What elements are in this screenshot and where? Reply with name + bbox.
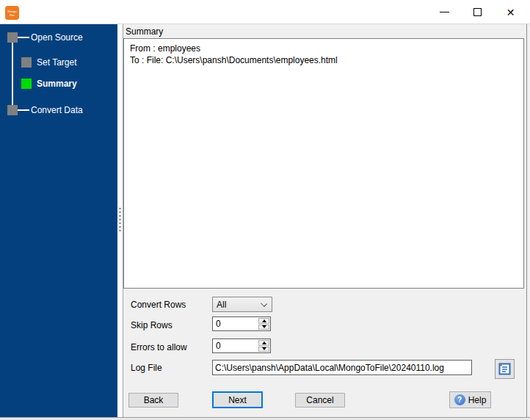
step-label-summary: Summary: [37, 79, 77, 89]
arrow-down-icon: [262, 325, 266, 328]
step-label-convert-data: Convert Data: [31, 105, 83, 115]
skip-rows-label: Skip Rows: [131, 320, 173, 330]
next-button[interactable]: Next: [212, 391, 263, 408]
window-border-right: [526, 24, 530, 420]
step-marker-convert-data: [7, 105, 18, 115]
close-button[interactable]: ✕: [494, 0, 527, 24]
summary-line-to: To : File: C:\Users\pansh\Documents\empl…: [130, 54, 518, 66]
app-window: Mongo File ✕ Open Source Set Target Summ…: [0, 0, 530, 420]
skip-rows-spin-buttons: [258, 318, 269, 330]
errors-to-allow-spinner[interactable]: 0: [212, 338, 271, 353]
cancel-button-label: Cancel: [306, 395, 333, 405]
log-file-input[interactable]: [212, 360, 472, 375]
step-label-set-target: Set Target: [37, 57, 76, 68]
splitter[interactable]: [117, 24, 123, 417]
arrow-up-icon: [262, 319, 266, 322]
minimize-icon: [440, 12, 449, 12]
convert-rows-label: Convert Rows: [131, 300, 186, 310]
maximize-button[interactable]: [461, 0, 494, 24]
arrow-down-icon: [262, 347, 266, 350]
app-icon-text2: File: [10, 13, 14, 17]
cancel-button[interactable]: Cancel: [295, 393, 345, 408]
help-button-label: Help: [468, 395, 487, 405]
step-marker-open-source: [7, 32, 18, 43]
skip-rows-down-button[interactable]: [258, 325, 269, 330]
splitter-grip-icon: [119, 208, 121, 231]
errors-spin-buttons: [258, 340, 269, 352]
back-button[interactable]: Back: [128, 393, 178, 408]
browse-log-file-button[interactable]: [495, 359, 515, 379]
step-marker-summary: [21, 79, 32, 89]
step-label-open-source: Open Source: [31, 32, 83, 43]
convert-rows-value: All: [217, 300, 226, 310]
next-button-label: Next: [228, 395, 247, 405]
maximize-icon: [473, 8, 482, 16]
wizard-sidebar: Open Source Set Target Summary Convert D…: [0, 24, 117, 417]
minimize-button[interactable]: [428, 0, 461, 24]
title-bar: Mongo File ✕: [0, 0, 530, 24]
convert-rows-select[interactable]: All: [212, 297, 272, 312]
step-connector: [18, 37, 29, 38]
errors-to-allow-label: Errors to allow: [131, 342, 187, 352]
main-panel: Summary From : employees To : File: C:\U…: [123, 24, 526, 417]
help-button[interactable]: ? Help: [449, 391, 491, 408]
skip-rows-value: 0: [216, 319, 221, 329]
skip-rows-up-button[interactable]: [258, 318, 269, 324]
step-marker-set-target: [21, 57, 32, 68]
errors-down-button[interactable]: [258, 347, 269, 352]
app-icon: Mongo File: [5, 6, 19, 20]
help-icon: ?: [454, 394, 465, 405]
skip-rows-spinner[interactable]: 0: [212, 316, 271, 331]
chevron-down-icon: [261, 300, 267, 307]
summary-line-from: From : employees: [130, 43, 518, 54]
window-border-bottom: [0, 417, 530, 420]
wizard-connector-line: [12, 43, 13, 111]
errors-to-allow-value: 0: [216, 341, 221, 351]
back-button-label: Back: [144, 395, 164, 405]
errors-up-button[interactable]: [258, 340, 269, 346]
log-file-label: Log File: [131, 363, 162, 373]
arrow-up-icon: [262, 341, 266, 344]
log-file-icon: [498, 363, 511, 375]
close-icon: ✕: [507, 7, 515, 18]
step-connector: [18, 109, 29, 111]
window-controls: ✕: [428, 0, 527, 24]
summary-text-box[interactable]: From : employees To : File: C:\Users\pan…: [123, 38, 524, 289]
summary-caption: Summary: [126, 26, 163, 37]
